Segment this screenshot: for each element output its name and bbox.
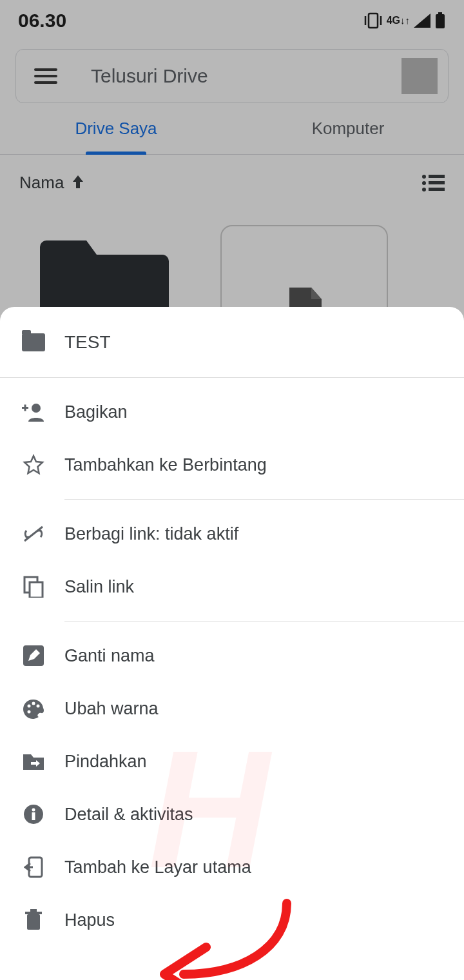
menu-link-sharing[interactable]: Berbagi link: tidak aktif [0,507,464,560]
svg-point-18 [28,705,31,708]
trash-icon [22,908,45,932]
menu-add-star[interactable]: Tambahkan ke Berbintang [0,438,464,491]
folder-move-icon [22,750,45,773]
svg-rect-24 [32,812,35,820]
sheet-header: TEST [0,307,464,378]
sheet-title: TEST [64,332,111,353]
menu-change-color[interactable]: Ubah warna [0,682,464,735]
edit-icon [22,644,45,667]
svg-rect-13 [24,405,26,411]
person-add-icon [22,400,45,424]
add-to-home-icon [22,856,45,879]
svg-point-20 [37,705,40,708]
svg-rect-26 [27,914,40,930]
svg-rect-16 [30,582,43,598]
palette-icon [22,697,45,720]
action-sheet: H TEST Bagikan Tambahkan ke Berbintang B… [0,307,464,980]
menu-details[interactable]: Detail & aktivitas [0,788,464,841]
star-icon [22,453,45,476]
svg-point-23 [32,808,35,812]
menu-add-to-homescreen[interactable]: Tambah ke Layar utama [0,841,464,894]
link-off-icon [22,522,45,545]
folder-icon [22,333,45,351]
svg-point-19 [32,702,35,705]
info-icon [22,803,45,826]
svg-rect-28 [30,909,37,912]
svg-point-21 [28,710,31,714]
menu-delete[interactable]: Hapus [0,894,464,946]
menu-copy-link[interactable]: Salin link [0,560,464,613]
menu-rename[interactable]: Ganti nama [0,629,464,682]
copy-icon [22,575,45,598]
menu-move[interactable]: Pindahkan [0,735,464,788]
svg-line-14 [24,527,43,541]
svg-rect-27 [25,912,42,914]
svg-point-11 [32,404,41,413]
menu-share[interactable]: Bagikan [0,386,464,438]
